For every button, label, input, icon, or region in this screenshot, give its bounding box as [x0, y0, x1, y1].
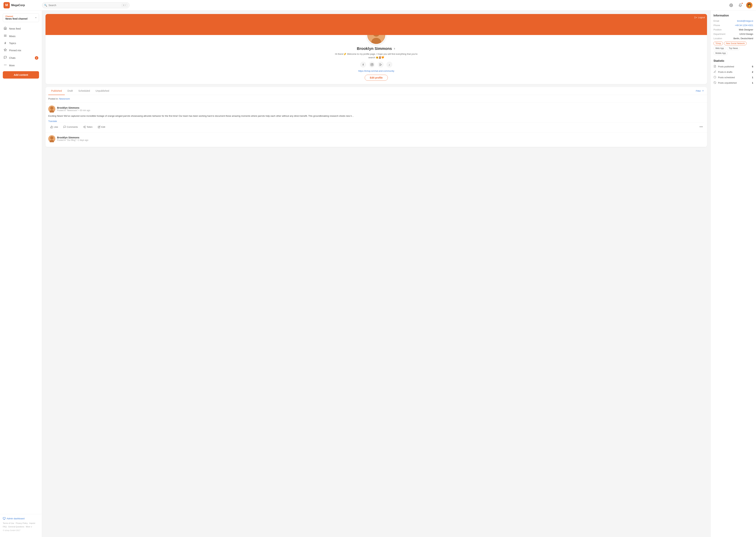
imprint-link[interactable]: Imprint [29, 522, 35, 524]
info-key-email: Email [713, 20, 719, 22]
sidebar-item-more[interactable]: More [0, 62, 42, 69]
info-title: Information [713, 14, 753, 17]
tag-tchop[interactable]: Tchop [713, 41, 723, 45]
info-val-email[interactable]: brook@mega.io [737, 20, 753, 22]
more-icon [4, 63, 7, 67]
svg-point-17 [371, 64, 372, 65]
facebook-icon[interactable]: f [360, 62, 366, 67]
copyright: © tchop GmbH 2017 [3, 529, 39, 531]
terms-link[interactable]: Terms of Use [3, 522, 14, 524]
sidebar-item-topics[interactable]: # Topics [0, 40, 42, 47]
posts-tabs: Published Draft Scheduled Unpublished Fi… [46, 87, 707, 147]
share-icon [83, 126, 86, 128]
chevron-down-icon: ▾ [35, 17, 36, 19]
info-val-phone[interactable]: +49 34 1234 4321 [735, 24, 753, 26]
general-questions-link[interactable]: General Questions [8, 526, 24, 528]
tag-web-app[interactable]: Web App [713, 46, 726, 50]
topics-icon: # [4, 42, 7, 45]
svg-line-30 [84, 126, 85, 127]
notifications-button[interactable] [737, 2, 743, 8]
svg-line-29 [84, 127, 85, 127]
nav-menu: News feed Mixes # Topics Pinned mix [0, 25, 42, 69]
share-button[interactable]: Teilen [81, 125, 95, 129]
privacy-link[interactable]: Privacy Policy [16, 522, 28, 524]
faq-link[interactable]: FAQ [3, 526, 7, 528]
sidebar-item-mixes[interactable]: Mixes [0, 32, 42, 40]
info-val-department: UX/UI Design [739, 33, 753, 35]
add-content-button[interactable]: Add content [3, 71, 39, 79]
tag-top-news[interactable]: Top News [727, 46, 740, 50]
tag-mobile-app[interactable]: Mobile App [713, 51, 728, 55]
channel-selector[interactable]: Channel News feed channel ▾ [3, 13, 39, 22]
svg-marker-4 [4, 49, 7, 51]
stat-num-published: 5 [752, 65, 753, 68]
profile-url[interactable]: https://tchop.io/chat-and-community [358, 70, 394, 72]
sidebar-item-chats[interactable]: Chats 2 [0, 54, 42, 62]
stat-row-scheduled: Posts scheduled 1 [713, 76, 753, 79]
info-key-location: Location [713, 37, 722, 40]
youtube-icon[interactable] [378, 62, 384, 67]
stat-num-unpublished: 1 [752, 82, 753, 84]
svg-point-0 [731, 5, 732, 6]
user-avatar[interactable]: 👩 [746, 2, 752, 8]
tiktok-icon[interactable]: ♪ [386, 62, 392, 67]
logo-icon: M [4, 2, 10, 8]
gender-icon: ♀ [393, 47, 396, 51]
info-row-phone: Phone +49 34 1234 4321 [713, 24, 753, 26]
svg-rect-8 [3, 517, 5, 519]
post-avatar [48, 135, 55, 142]
profile-name: Brooklyn Simmons ♀ [357, 46, 396, 51]
search-icon: 🔍 [44, 4, 47, 7]
svg-point-24 [50, 106, 53, 110]
gear-icon [730, 4, 733, 7]
edit-button[interactable]: Edit [96, 125, 107, 129]
nav-label-more: More [9, 64, 15, 67]
info-row-department: Department UX/UI Design [713, 33, 753, 35]
info-key-phone: Phone [713, 24, 720, 26]
channel-label: Channel [5, 15, 27, 17]
admin-dashboard-link[interactable]: Admin dashboard [3, 517, 39, 520]
logo-area: M MegaCorp [4, 2, 38, 8]
stat-label-published: Posts published [718, 65, 734, 68]
sidebar: Channel News feed channel ▾ News feed Mi… [0, 11, 42, 537]
more-actions-button[interactable]: ••• [698, 124, 704, 130]
posts-drafts-icon [713, 70, 716, 74]
svg-line-38 [714, 82, 716, 83]
settings-button[interactable] [728, 2, 734, 8]
nav-label-pinned-mix: Pinned mix [9, 49, 21, 52]
chats-icon [4, 56, 7, 60]
stat-row-drafts: Posts in drafts 2 [713, 70, 753, 74]
comments-button[interactable]: Comments [61, 125, 80, 129]
nav-label-topics: Topics [9, 42, 16, 45]
filter-button[interactable]: Filter [696, 90, 704, 92]
topnav: M MegaCorp 🔍 ⌘ F 👩 [0, 0, 756, 11]
logout-button[interactable]: Logout [694, 16, 705, 19]
tab-scheduled[interactable]: Scheduled [76, 87, 93, 95]
nav-right: 👩 [728, 2, 752, 8]
more-footer-link[interactable]: More ∨ [26, 526, 32, 528]
posts-unpublished-icon [713, 81, 716, 85]
tab-draft[interactable]: Draft [65, 87, 76, 95]
nav-label-chats: Chats [9, 57, 16, 59]
tab-published[interactable]: Published [48, 87, 65, 95]
tags-wrap: Tchop New Social Network Web App Top New… [713, 41, 753, 55]
search-bar: 🔍 ⌘ F [42, 2, 130, 8]
svg-marker-19 [380, 63, 382, 66]
info-row-location: Location Berlin, Deutschland [713, 37, 753, 40]
info-val-location: Berlin, Deutschland [734, 37, 753, 40]
like-button[interactable]: Like [48, 125, 60, 129]
translate-link[interactable]: Translate [48, 120, 57, 122]
stat-row-unpublished: Posts unpublished 1 [713, 81, 753, 85]
tag-new-social-network[interactable]: New Social Network [724, 41, 746, 45]
search-input[interactable] [42, 2, 130, 8]
post-actions: Like Comments Teilen Edit ••• [48, 122, 704, 130]
app-body: Channel News feed channel ▾ News feed Mi… [0, 11, 756, 537]
instagram-icon[interactable] [369, 62, 375, 67]
sidebar-item-pinned-mix[interactable]: Pinned mix [0, 47, 42, 54]
tab-unpublished[interactable]: Unpublished [93, 87, 112, 95]
stat-label-scheduled: Posts scheduled [718, 76, 735, 79]
nav-label-mixes: Mixes [9, 35, 16, 38]
sidebar-item-news-feed[interactable]: News feed [0, 25, 42, 32]
edit-profile-button[interactable]: Edit profile [365, 75, 388, 81]
posted-in-channel[interactable]: Newsroom [59, 98, 70, 100]
